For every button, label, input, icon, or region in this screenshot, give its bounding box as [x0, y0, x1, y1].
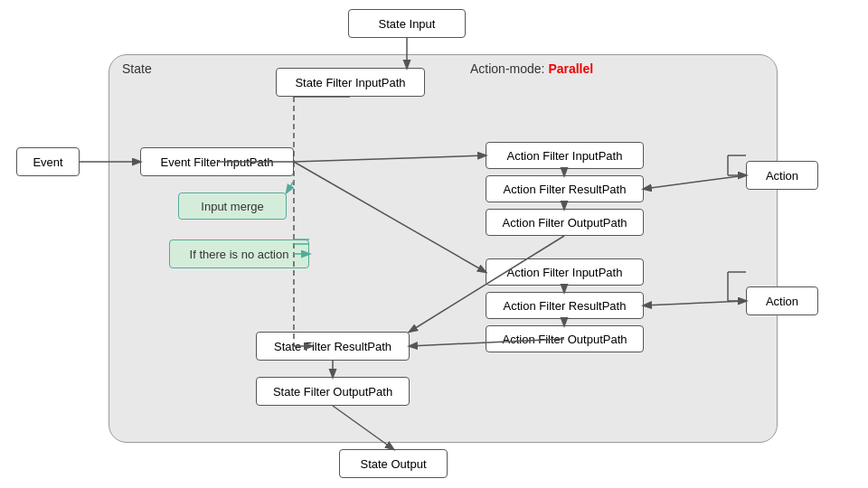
state-filter-outputpath-node: State Filter OutputPath — [256, 377, 410, 406]
action1-filter-inputpath-node: Action Filter InputPath — [486, 142, 644, 169]
state-filter-resultpath-node: State Filter ResultPath — [256, 332, 410, 361]
state-filter-inputpath-node: State Filter InputPath — [276, 68, 425, 97]
event-filter-inputpath-node: Event Filter InputPath — [140, 147, 294, 176]
action2-filter-inputpath-node: Action Filter InputPath — [486, 258, 644, 286]
event-node: Event — [16, 147, 80, 176]
state-input-node: State Input — [348, 9, 466, 38]
action1-filter-outputpath-node: Action Filter OutputPath — [486, 209, 644, 236]
action1-filter-resultpath-node: Action Filter ResultPath — [486, 175, 644, 202]
no-action-box: If there is no action — [169, 239, 309, 268]
action-mode-label: Action-mode: Parallel — [470, 61, 593, 76]
action2-filter-resultpath-node: Action Filter ResultPath — [486, 292, 644, 319]
state-label: State — [122, 61, 152, 76]
action-mode-value: Parallel — [548, 61, 593, 76]
action1-node: Action — [746, 161, 818, 190]
state-output-node: State Output — [339, 449, 448, 478]
diagram-container: State Action-mode: Parallel State Input … — [0, 0, 868, 488]
input-merge-box: Input merge — [178, 192, 287, 220]
action-mode-prefix: Action-mode: — [470, 61, 548, 76]
action2-filter-outputpath-node: Action Filter OutputPath — [486, 325, 644, 352]
action2-node: Action — [746, 286, 818, 315]
